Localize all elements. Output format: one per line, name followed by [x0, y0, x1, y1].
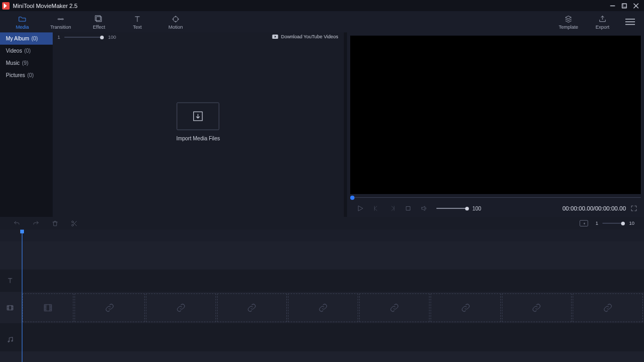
- sidebar-item-videos[interactable]: Videos (0): [0, 45, 53, 57]
- volume-slider[interactable]: [436, 207, 467, 209]
- transition-slot[interactable]: [431, 293, 501, 322]
- next-frame-icon: [389, 205, 396, 212]
- video-track-icon: [6, 304, 14, 312]
- sidebar-item-myalbum[interactable]: My Album (0): [0, 32, 53, 45]
- video-track[interactable]: [0, 292, 644, 323]
- minimize-button[interactable]: [607, 1, 618, 11]
- youtube-icon: [272, 34, 278, 39]
- redo-icon: [32, 220, 39, 227]
- play-button[interactable]: [353, 201, 367, 215]
- tab-label: Transition: [50, 24, 71, 30]
- text-icon: [133, 15, 142, 23]
- hamburger-icon: [625, 18, 635, 26]
- button-label: Template: [559, 24, 579, 30]
- redo-button[interactable]: [29, 220, 43, 227]
- thumb-size-min: 1: [57, 35, 60, 40]
- thumb-size-slider[interactable]: [64, 36, 104, 38]
- tab-label: Motion: [168, 24, 183, 30]
- undo-button[interactable]: [10, 220, 23, 227]
- speaker-icon: [420, 205, 428, 212]
- play-icon: [357, 205, 364, 212]
- stop-icon: [404, 205, 412, 212]
- link-icon: [318, 303, 328, 313]
- sidebar-item-label: Videos: [6, 48, 22, 54]
- link-icon: [247, 303, 257, 313]
- main-toolbar: Media Transition Effect Text Motion Temp…: [0, 11, 644, 32]
- tab-effect[interactable]: Effect: [80, 14, 118, 30]
- tab-transition[interactable]: Transition: [42, 14, 80, 30]
- transition-slot[interactable]: [502, 293, 572, 322]
- link-icon: [176, 303, 186, 313]
- maximize-button[interactable]: [618, 1, 630, 11]
- audio-track[interactable]: [0, 327, 644, 351]
- link-icon: [390, 303, 399, 313]
- text-track[interactable]: [0, 270, 644, 292]
- transition-slot[interactable]: [359, 293, 430, 322]
- zoom-min: 1: [596, 221, 598, 226]
- sidebar-item-pictures[interactable]: Pictures (0): [0, 69, 53, 81]
- fullscreen-button[interactable]: [630, 205, 638, 212]
- svg-rect-13: [406, 207, 410, 211]
- timeline-ruler[interactable]: [0, 230, 644, 241]
- svg-point-33: [11, 340, 12, 341]
- link-icon: [603, 303, 613, 313]
- close-button[interactable]: [630, 1, 642, 11]
- timeline-toolbar: 1 10: [0, 217, 644, 230]
- motion-icon: [171, 15, 180, 23]
- scissors-icon: [71, 220, 78, 227]
- sidebar-item-music[interactable]: Music (9): [0, 57, 53, 69]
- preview-progress[interactable]: [350, 196, 641, 200]
- playhead[interactable]: [22, 230, 22, 362]
- tab-label: Media: [16, 24, 29, 30]
- trash-icon: [52, 220, 59, 227]
- download-youtube-label: Download YouTube Videos: [281, 34, 338, 39]
- template-icon: [564, 15, 573, 23]
- prev-frame-button[interactable]: [369, 201, 383, 215]
- mute-button[interactable]: [417, 201, 431, 215]
- volume-value: 100: [473, 206, 482, 212]
- zoom-max: 10: [629, 221, 634, 226]
- sidebar-item-label: My Album: [6, 36, 29, 41]
- transition-slot[interactable]: [217, 293, 287, 322]
- preview-screen: [350, 36, 641, 194]
- tab-text[interactable]: Text: [118, 14, 156, 30]
- next-frame-button[interactable]: [385, 201, 399, 215]
- zoom-slider[interactable]: [602, 222, 625, 224]
- fit-timeline-button[interactable]: [580, 220, 588, 226]
- folder-icon: [18, 15, 27, 23]
- menu-button[interactable]: [620, 18, 641, 26]
- svg-point-32: [8, 341, 9, 342]
- transition-slot[interactable]: [288, 293, 358, 322]
- import-media-label: Import Media Files: [176, 135, 220, 141]
- music-track-icon: [6, 336, 14, 343]
- sidebar-item-count: (9): [22, 60, 28, 66]
- delete-button[interactable]: [48, 220, 62, 227]
- import-media-button[interactable]: Import Media Files: [176, 102, 220, 141]
- titlebar: MiniTool MovieMaker 2.5: [0, 0, 644, 11]
- split-button[interactable]: [67, 220, 81, 227]
- tab-media[interactable]: Media: [3, 14, 42, 30]
- import-icon: [192, 110, 204, 122]
- export-button[interactable]: Export: [585, 14, 620, 30]
- transition-slot[interactable]: [75, 293, 145, 322]
- fullscreen-icon: [630, 205, 638, 212]
- preview-panel: 100 00:00:00.00/00:00:00.00: [347, 32, 645, 217]
- film-icon: [43, 303, 53, 313]
- transition-slot[interactable]: [573, 293, 643, 322]
- preview-timecode: 00:00:00.00/00:00:00.00: [563, 205, 626, 212]
- svg-rect-5: [96, 16, 101, 21]
- undo-icon: [13, 220, 20, 227]
- prev-frame-icon: [373, 205, 380, 212]
- download-youtube-link[interactable]: Download YouTube Videos: [272, 34, 338, 39]
- transition-icon: [56, 15, 65, 23]
- sidebar-item-label: Pictures: [6, 72, 25, 78]
- app-logo: [2, 2, 10, 10]
- timeline-area: 1 10: [0, 217, 644, 362]
- template-button[interactable]: Template: [551, 14, 585, 30]
- text-track-icon: [6, 277, 14, 284]
- stop-button[interactable]: [401, 201, 415, 215]
- tab-motion[interactable]: Motion: [156, 14, 195, 30]
- video-clip-slot[interactable]: [22, 293, 73, 322]
- sidebar-item-count: (0): [24, 48, 30, 54]
- transition-slot[interactable]: [146, 293, 216, 322]
